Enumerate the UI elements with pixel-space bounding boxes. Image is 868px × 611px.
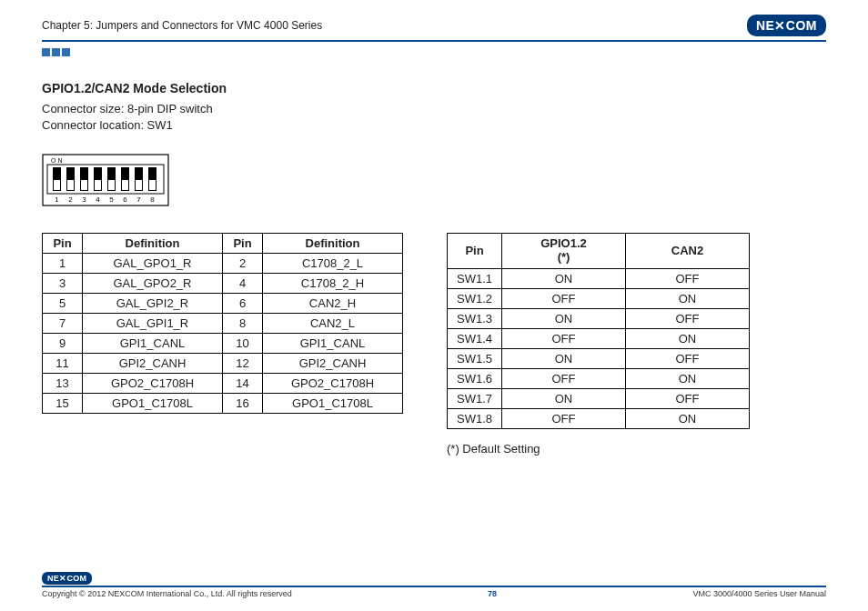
table-cell: GPO1_C1708L xyxy=(83,394,223,414)
svg-rect-18 xyxy=(149,180,156,190)
table-cell: GAL_GPI1_R xyxy=(83,314,223,334)
connector-location: Connector location: SW1 xyxy=(42,117,826,134)
table-row: 5GAL_GPI2_R6CAN2_H xyxy=(43,294,403,314)
table-cell: OFF xyxy=(502,369,626,389)
table-cell: ON xyxy=(626,289,750,309)
table-row: SW1.2OFFON xyxy=(448,289,750,309)
table-cell: 16 xyxy=(223,394,263,414)
table-cell: GPI1_CANL xyxy=(83,334,223,354)
footer-copyright: Copyright © 2012 NEXCOM International Co… xyxy=(42,589,292,598)
table-cell: 12 xyxy=(223,354,263,374)
table-cell: SW1.2 xyxy=(448,289,502,309)
table-cell: CAN2_L xyxy=(263,314,403,334)
section-title: GPIO1.2/CAN2 Mode Selection xyxy=(42,81,826,95)
svg-rect-10 xyxy=(95,180,101,190)
chapter-title: Chapter 5: Jumpers and Connectors for VM… xyxy=(42,19,322,32)
table-cell: 7 xyxy=(43,314,83,334)
table-cell: OFF xyxy=(626,269,750,289)
table-header: Definition xyxy=(83,234,223,254)
footer-rule xyxy=(42,586,826,587)
table-cell: GAL_GPO1_R xyxy=(83,254,223,274)
svg-text:4: 4 xyxy=(96,195,100,204)
dip-switch-diagram: O N 12345678 xyxy=(42,154,826,209)
table-header: Definition xyxy=(263,234,403,254)
table-cell: 3 xyxy=(43,274,83,294)
table-row: 15GPO1_C1708L16GPO1_C1708L xyxy=(43,394,403,414)
table-cell: OFF xyxy=(626,389,750,409)
header-rule xyxy=(42,40,826,42)
table-cell: GPI2_CANH xyxy=(263,354,403,374)
default-setting-note: (*) Default Setting xyxy=(447,442,750,456)
footer-logo-left: NE xyxy=(47,574,59,583)
logo-right: COM xyxy=(786,18,817,33)
svg-rect-4 xyxy=(54,180,60,190)
table-cell: 1 xyxy=(43,254,83,274)
table-row: 1GAL_GPO1_R2C1708_2_L xyxy=(43,254,403,274)
table-cell: 8 xyxy=(223,314,263,334)
table-row: SW1.1ONOFF xyxy=(448,269,750,289)
table-cell: GPO2_C1708H xyxy=(263,374,403,394)
svg-rect-14 xyxy=(122,180,128,190)
table-cell: 11 xyxy=(43,354,83,374)
table-cell: GPO1_C1708L xyxy=(263,394,403,414)
table-cell: 5 xyxy=(43,294,83,314)
table-cell: ON xyxy=(626,409,750,429)
table-header: GPIO1.2(*) xyxy=(502,234,626,269)
svg-rect-12 xyxy=(108,180,115,190)
table-cell: 9 xyxy=(43,334,83,354)
table-row: SW1.5ONOFF xyxy=(448,349,750,369)
table-cell: 2 xyxy=(223,254,263,274)
table-cell: ON xyxy=(626,329,750,349)
table-cell: 13 xyxy=(43,374,83,394)
svg-rect-6 xyxy=(67,180,74,190)
table-cell: OFF xyxy=(626,309,750,329)
svg-text:8: 8 xyxy=(150,195,155,204)
table-cell: SW1.6 xyxy=(448,369,502,389)
footer-manual-title: VMC 3000/4000 Series User Manual xyxy=(692,589,826,598)
table-row: SW1.4OFFON xyxy=(448,329,750,349)
table-row: 3GAL_GPO2_R4C1708_2_H xyxy=(43,274,403,294)
mode-selection-table: PinGPIO1.2(*)CAN2 SW1.1ONOFFSW1.2OFFONSW… xyxy=(447,233,750,429)
logo-x-icon: ✕ xyxy=(774,18,786,33)
table-cell: SW1.8 xyxy=(448,409,502,429)
table-row: SW1.7ONOFF xyxy=(448,389,750,409)
table-row: 11GPI2_CANH12GPI2_CANH xyxy=(43,354,403,374)
svg-text:3: 3 xyxy=(82,195,86,204)
table-cell: ON xyxy=(502,309,626,329)
table-cell: OFF xyxy=(502,289,626,309)
table-row: SW1.6OFFON xyxy=(448,369,750,389)
table-cell: SW1.3 xyxy=(448,309,502,329)
svg-rect-1 xyxy=(47,165,164,194)
table-cell: 6 xyxy=(223,294,263,314)
table-row: SW1.3ONOFF xyxy=(448,309,750,329)
table-cell: GPI2_CANH xyxy=(83,354,223,374)
table-cell: GPI1_CANL xyxy=(263,334,403,354)
table-row: 7GAL_GPI1_R8CAN2_L xyxy=(43,314,403,334)
footer-logo: NE✕COM xyxy=(42,572,92,585)
table-cell: SW1.7 xyxy=(448,389,502,409)
table-cell: GAL_GPI2_R xyxy=(83,294,223,314)
table-cell: 10 xyxy=(223,334,263,354)
table-header: CAN2 xyxy=(626,234,750,269)
brand-logo: NE✕COM xyxy=(747,15,826,36)
table-cell: GPO2_C1708H xyxy=(83,374,223,394)
table-cell: OFF xyxy=(626,349,750,369)
table-header: Pin xyxy=(448,234,502,269)
svg-text:2: 2 xyxy=(68,195,73,204)
table-header: Pin xyxy=(223,234,263,254)
logo-left: NE xyxy=(756,18,774,33)
table-cell: 15 xyxy=(43,394,83,414)
table-cell: ON xyxy=(502,269,626,289)
page-number: 78 xyxy=(488,589,497,598)
table-cell: OFF xyxy=(502,329,626,349)
table-cell: SW1.1 xyxy=(448,269,502,289)
table-cell: ON xyxy=(626,369,750,389)
table-cell: 4 xyxy=(223,274,263,294)
connector-size: Connector size: 8-pin DIP switch xyxy=(42,101,826,117)
table-cell: SW1.5 xyxy=(448,349,502,369)
footer-logo-right: COM xyxy=(66,574,86,583)
table-cell: ON xyxy=(502,349,626,369)
table-row: 9GPI1_CANL10GPI1_CANL xyxy=(43,334,403,354)
table-cell: 14 xyxy=(223,374,263,394)
table-row: SW1.8OFFON xyxy=(448,409,750,429)
